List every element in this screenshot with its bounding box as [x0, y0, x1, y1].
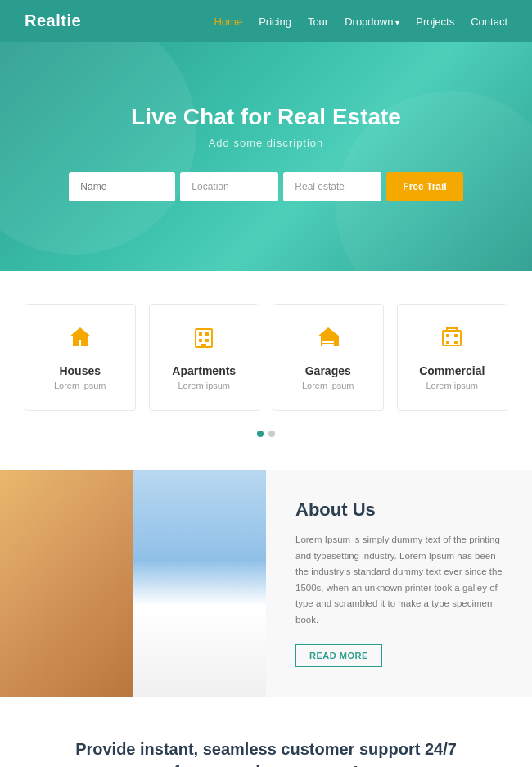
svg-point-32	[133, 633, 166, 657]
svg-rect-1	[199, 332, 202, 336]
hero-form: Location Real estate Free Trail	[69, 172, 462, 201]
nav-link-contact[interactable]: Contact	[471, 16, 507, 28]
nav-item-projects[interactable]: Projects	[416, 14, 454, 29]
about-content: About Us Lorem Ipsum is simply dummy tex…	[266, 470, 532, 697]
about-text: Lorem Ipsum is simply dummy text of the …	[295, 532, 503, 628]
svg-rect-17	[11, 589, 43, 617]
carousel-dots	[25, 431, 507, 437]
svg-rect-31	[178, 599, 219, 604]
svg-rect-22	[133, 470, 267, 625]
svg-rect-2	[205, 332, 209, 336]
svg-point-21	[65, 664, 106, 688]
category-apartments-title: Apartments	[163, 364, 246, 377]
house-icon	[38, 324, 122, 356]
nav-link-tour[interactable]: Tour	[308, 16, 328, 28]
category-houses[interactable]: Houses Lorem ipsum	[25, 304, 136, 411]
svg-rect-19	[3, 573, 129, 578]
nav-links: Home Pricing Tour Dropdown Projects Cont…	[214, 14, 507, 29]
svg-rect-25	[137, 553, 168, 593]
about-images	[0, 470, 266, 697]
svg-rect-12	[454, 341, 458, 344]
nav-link-pricing[interactable]: Pricing	[259, 16, 291, 28]
svg-rect-5	[201, 344, 206, 347]
about-title: About Us	[295, 499, 503, 521]
dot-1[interactable]	[257, 431, 264, 437]
nav-item-home[interactable]: Home	[214, 14, 242, 29]
location-select[interactable]: Location	[180, 172, 278, 201]
category-commercial[interactable]: Commercial Lorem ipsum	[397, 304, 508, 411]
nav-item-contact[interactable]: Contact	[471, 14, 507, 29]
svg-rect-3	[199, 339, 202, 342]
hero-title: Live Chat for Real Estate	[131, 104, 401, 130]
name-input[interactable]	[69, 172, 175, 201]
svg-rect-23	[133, 625, 267, 697]
svg-rect-10	[454, 334, 458, 337]
about-image-1	[0, 470, 133, 697]
svg-rect-4	[205, 339, 209, 342]
realestate-select[interactable]: Real estate	[283, 172, 381, 201]
free-trial-button[interactable]: Free Trail	[386, 172, 462, 201]
svg-point-33	[235, 665, 266, 686]
commercial-icon	[411, 324, 494, 356]
category-commercial-desc: Lorem ipsum	[411, 381, 494, 390]
svg-point-20	[25, 664, 65, 688]
svg-marker-15	[0, 521, 133, 578]
support-section: Provide instant, seamless customer suppo…	[0, 697, 532, 767]
apartment-icon	[163, 324, 246, 356]
category-garages-desc: Lorem ipsum	[286, 381, 370, 390]
svg-rect-28	[137, 614, 168, 655]
category-houses-title: Houses	[38, 364, 122, 377]
hero-section: Live Chat for Real Estate Add some discr…	[0, 42, 532, 271]
svg-rect-30	[232, 629, 263, 686]
svg-rect-8	[443, 331, 461, 345]
svg-rect-26	[183, 553, 214, 593]
svg-rect-29	[183, 614, 214, 655]
nav-item-tour[interactable]: Tour	[308, 14, 328, 29]
nav-item-pricing[interactable]: Pricing	[259, 14, 291, 29]
category-apartments-desc: Lorem ipsum	[163, 381, 246, 390]
svg-rect-9	[446, 334, 449, 337]
about-image-2	[133, 470, 267, 697]
logo: Realtie	[25, 11, 81, 30]
read-more-button[interactable]: READ MORE	[295, 644, 382, 667]
svg-rect-14	[3, 573, 129, 687]
svg-rect-24	[133, 532, 267, 697]
nav-item-dropdown[interactable]: Dropdown	[345, 14, 399, 29]
nav-link-home[interactable]: Home	[214, 16, 242, 28]
svg-rect-27	[232, 553, 263, 593]
svg-rect-11	[446, 341, 449, 344]
category-commercial-title: Commercial	[411, 364, 494, 377]
categories-grid: Houses Lorem ipsum Apartments Lorem ipsu…	[25, 304, 507, 411]
dot-2[interactable]	[268, 431, 275, 437]
navbar: Realtie Home Pricing Tour Dropdown Proje…	[0, 0, 532, 42]
category-garages-title: Garages	[286, 364, 370, 377]
hero-subtitle: Add some discription	[209, 137, 324, 149]
category-apartments[interactable]: Apartments Lorem ipsum	[149, 304, 260, 411]
svg-rect-18	[90, 589, 121, 617]
support-title: Provide instant, seamless customer suppo…	[25, 738, 507, 767]
svg-rect-16	[47, 629, 86, 686]
about-section: About Us Lorem Ipsum is simply dummy tex…	[0, 470, 532, 697]
nav-link-dropdown[interactable]: Dropdown	[345, 16, 399, 28]
category-garages[interactable]: Garages Lorem ipsum	[273, 304, 384, 411]
categories-section: Houses Lorem ipsum Apartments Lorem ipsu…	[0, 271, 532, 470]
svg-rect-13	[0, 470, 133, 697]
nav-link-projects[interactable]: Projects	[416, 16, 454, 28]
garage-icon	[286, 324, 370, 356]
category-houses-desc: Lorem ipsum	[38, 381, 122, 390]
